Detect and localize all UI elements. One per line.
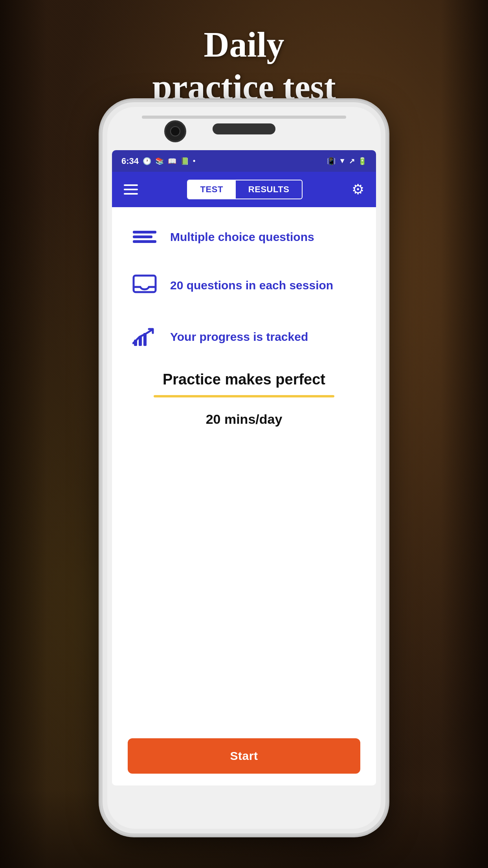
trending-icon xyxy=(131,326,158,348)
phone-inner: 6:34 🕐 📚 📖 📗 • 📳 ▼ ↗ 🔋 xyxy=(107,107,381,829)
speaker xyxy=(213,123,275,134)
practice-time: 20 mins/day xyxy=(131,412,357,427)
practice-underline xyxy=(154,395,335,397)
status-right: 📳 ▼ ↗ 🔋 xyxy=(327,157,367,166)
mcq-line-3 xyxy=(133,240,156,243)
feature-row-questions: 20 questions in each session xyxy=(131,268,357,302)
signal-icon: ↗ xyxy=(349,157,355,166)
vibrate-icon: 📳 xyxy=(327,157,336,166)
app-icon-2: 📖 xyxy=(168,157,176,166)
app-icon-1: 📚 xyxy=(155,157,164,166)
hamburger-line-2 xyxy=(124,189,138,190)
status-bar: 6:34 🕐 📚 📖 📗 • 📳 ▼ ↗ 🔋 xyxy=(112,150,376,172)
mcq-icon xyxy=(131,231,158,243)
phone-frame: 6:34 🕐 📚 📖 📗 • 📳 ▼ ↗ 🔋 xyxy=(103,102,385,833)
dark-right-overlay xyxy=(441,0,488,868)
hamburger-line-1 xyxy=(124,184,138,186)
wifi-icon: ▼ xyxy=(339,157,346,165)
trending-svg xyxy=(132,326,157,348)
settings-icon[interactable]: ⚙ xyxy=(352,181,364,198)
content-area: Multiple choice questions 20 questions i… xyxy=(112,207,376,454)
tab-test[interactable]: TEST xyxy=(188,180,236,199)
app-bar: TEST RESULTS ⚙ xyxy=(112,172,376,207)
title-line1: Daily xyxy=(204,25,284,64)
mcq-text: Multiple choice questions xyxy=(170,229,314,245)
feature-row-mcq: Multiple choice questions xyxy=(131,223,357,251)
inbox-svg xyxy=(132,274,157,296)
status-time: 6:34 xyxy=(121,156,139,166)
camera xyxy=(164,120,186,142)
tab-group: TEST RESULTS xyxy=(187,180,303,199)
hamburger-menu[interactable] xyxy=(124,184,138,195)
screen: 6:34 🕐 📚 📖 📗 • 📳 ▼ ↗ 🔋 xyxy=(112,150,376,785)
phone-top-bar xyxy=(142,116,346,119)
notification-icon: 🕐 xyxy=(143,157,151,166)
hamburger-line-3 xyxy=(124,193,138,195)
tab-results[interactable]: RESULTS xyxy=(236,180,302,199)
status-left: 6:34 🕐 📚 📖 📗 • xyxy=(121,156,195,166)
progress-text: Your progress is tracked xyxy=(170,329,308,344)
mcq-line-2 xyxy=(133,235,152,238)
dark-left-overlay xyxy=(0,0,47,868)
questions-text: 20 questions in each session xyxy=(170,278,333,293)
dot-indicator: • xyxy=(193,157,195,165)
inbox-icon xyxy=(131,274,158,296)
mcq-lines-icon xyxy=(133,231,156,243)
mcq-line-1 xyxy=(133,231,156,234)
battery-icon: 🔋 xyxy=(358,157,367,166)
cta-area: Start xyxy=(112,734,376,785)
page-title: Daily practice test xyxy=(0,24,488,108)
title-line2: practice test xyxy=(152,68,336,107)
feature-row-progress: Your progress is tracked xyxy=(131,320,357,354)
practice-title: Practice makes perfect xyxy=(131,371,357,388)
app-icon-3: 📗 xyxy=(180,157,189,166)
practice-section: Practice makes perfect 20 mins/day xyxy=(131,371,357,427)
start-button[interactable]: Start xyxy=(128,738,360,774)
